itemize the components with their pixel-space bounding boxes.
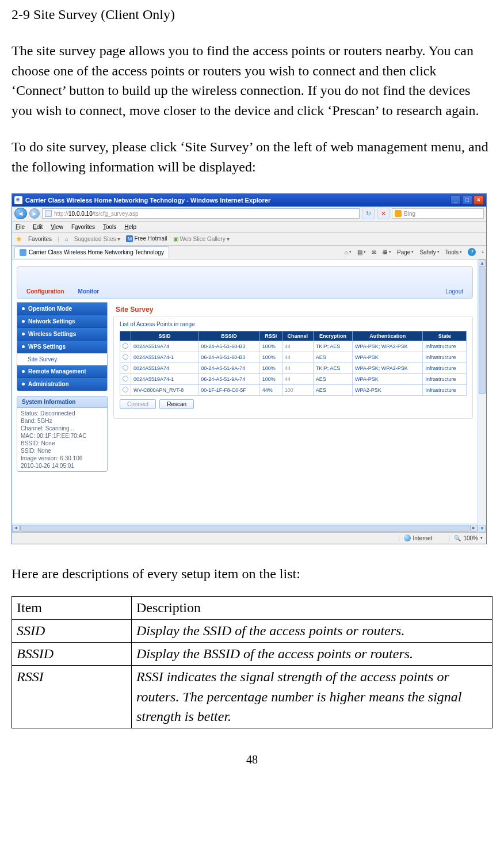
sysinfo-line: Image version: 6.30.106: [21, 455, 104, 461]
menu-favorites[interactable]: Favorites: [71, 224, 95, 230]
url-host: 10.0.0.10: [68, 211, 93, 217]
tab-bar: Carrier Class Wireless Home Networking T…: [12, 246, 486, 259]
page-title: Site Survey: [113, 302, 473, 316]
logout-link[interactable]: Logout: [445, 288, 463, 295]
scroll-thumb[interactable]: [479, 268, 486, 394]
bing-icon: [395, 210, 402, 217]
section-title: 2-9 Site Survey (Client Only): [12, 5, 492, 25]
scroll-thumb-h[interactable]: [20, 525, 469, 532]
ap-state: Infrastructure: [423, 384, 467, 395]
tab-monitor[interactable]: Monitor: [78, 288, 100, 295]
forward-button[interactable]: ►: [29, 208, 40, 219]
print-button[interactable]: 🖶▾: [382, 249, 391, 255]
scroll-up-arrow-icon[interactable]: ▲: [479, 259, 486, 267]
favorites-star-icon[interactable]: ★: [16, 235, 22, 243]
ap-bssid: 06-24-A5-51-60-B3: [198, 352, 259, 362]
menu-tools[interactable]: Tools: [103, 224, 116, 230]
zone-indicator: Internet: [399, 535, 433, 541]
sidebar-item-network-settings[interactable]: Network Settings: [17, 315, 107, 328]
vertical-scrollbar[interactable]: ▲ ▼: [478, 259, 486, 532]
col-authentication: Authentication: [352, 331, 423, 341]
scroll-right-arrow-icon[interactable]: ►: [470, 525, 478, 532]
page-banner: Configuration Monitor Logout: [17, 266, 473, 299]
sysinfo-line: Band: 5GHz: [21, 418, 104, 424]
ap-ssid: 0024A5519A74: [131, 341, 198, 352]
ap-select-radio[interactable]: [123, 343, 128, 349]
sidebar-item-wireless-settings[interactable]: Wireless Settings: [17, 328, 107, 341]
safety-menu[interactable]: Safety▾: [419, 249, 439, 255]
sidebar-item-site-survey[interactable]: Site Survey: [17, 353, 107, 365]
back-button[interactable]: ◄: [14, 208, 27, 219]
ap-auth: WPA-PSK: [352, 352, 423, 362]
ap-bssid: 00-24-A5-51-9A-74: [198, 362, 259, 373]
sidebar-item-remote-management[interactable]: Remote Management: [17, 365, 107, 378]
ap-bssid: 00-24-A5-51-60-B3: [198, 341, 259, 352]
rescan-button[interactable]: Rescan: [159, 399, 194, 409]
banner-tabs: Configuration Monitor: [26, 288, 99, 295]
home-nav-button[interactable]: ⌂▾: [345, 249, 352, 255]
mail-button[interactable]: ✉: [372, 249, 376, 255]
menu-help[interactable]: Help: [124, 224, 136, 230]
url-path: /ts/cfg_survey.asp: [93, 211, 139, 217]
feeds-button[interactable]: ▤▾: [357, 249, 366, 255]
sidebar-item-operation-mode[interactable]: Operation Mode: [17, 303, 107, 315]
ap-panel: List of Access Points in range SSID BSSI…: [113, 316, 473, 419]
ap-rssi: 100%: [259, 362, 282, 373]
ap-auth: WPA2-PSK: [352, 384, 423, 395]
outro-paragraph: Here are descriptions of every setup ite…: [12, 564, 492, 584]
menu-view[interactable]: View: [51, 224, 63, 230]
ap-select-radio[interactable]: [123, 387, 128, 392]
desc-text: Display the SSID of the access points or…: [132, 620, 492, 643]
scroll-left-arrow-icon[interactable]: ◄: [12, 525, 20, 532]
webslice-link[interactable]: ▣ Web Slice Gallery ▾: [173, 236, 230, 242]
menu-edit[interactable]: Edit: [33, 224, 43, 230]
close-button[interactable]: ×: [474, 196, 484, 205]
search-placeholder: Bing: [404, 211, 415, 217]
ap-enc: AES: [313, 373, 352, 384]
sysinfo-line: MAC: 00:1F:1F:EE:70:AC: [21, 433, 104, 439]
desc-item: SSID: [12, 620, 132, 643]
chevron-right-icon[interactable]: »: [482, 250, 484, 254]
web-content: Configuration Monitor Logout Operation M…: [12, 259, 478, 524]
command-bar: ⌂▾ ▤▾ ✉ 🖶▾ Page▾ Safety▾ Tools▾ ? »: [345, 248, 484, 256]
menu-file[interactable]: File: [16, 224, 25, 230]
tools-menu[interactable]: Tools▾: [445, 249, 462, 255]
horizontal-scrollbar[interactable]: ◄ ►: [12, 524, 478, 532]
hotmail-link[interactable]: MFree Hotmail: [126, 235, 167, 242]
address-bar[interactable]: http://10.0.0.10/ts/cfg_survey.asp: [42, 208, 360, 219]
ap-select-radio[interactable]: [123, 365, 128, 371]
sidebar-item-administration[interactable]: Administration: [17, 378, 107, 391]
browser-tab[interactable]: Carrier Class Wireless Home Networking T…: [14, 246, 169, 258]
stop-button[interactable]: ✕: [377, 208, 390, 219]
desc-row: RSSI RSSI indicates the signal strength …: [12, 665, 492, 728]
scroll-down-arrow-icon[interactable]: ▼: [479, 525, 486, 532]
ap-rssi: 100%: [259, 341, 282, 352]
system-info-body: Status: Disconnected Band: 5GHz Channel:…: [17, 408, 107, 471]
button-row: Connect Rescan: [120, 399, 467, 409]
ap-ssid: WV-C800APN_RVT-8: [131, 384, 198, 395]
sidebar-item-wps-settings[interactable]: WPS Settings: [17, 341, 107, 353]
right-content: Site Survey List of Access Points in ran…: [113, 302, 473, 472]
page-menu[interactable]: Page▾: [397, 249, 414, 255]
description-table: Item Description SSID Display the SSID o…: [12, 596, 492, 728]
help-button[interactable]: ?: [468, 248, 476, 256]
minimize-button[interactable]: _: [450, 196, 461, 205]
ap-select-radio[interactable]: [123, 376, 128, 381]
ie-icon: [14, 196, 22, 204]
favorites-label[interactable]: Favorites: [28, 236, 52, 242]
ap-select-radio[interactable]: [123, 354, 128, 360]
connect-button[interactable]: Connect: [120, 399, 156, 409]
tab-title: Carrier Class Wireless Home Networking T…: [29, 249, 164, 255]
system-info-header: System Information: [17, 396, 107, 408]
ap-state: Infrastructure: [423, 352, 467, 362]
refresh-button[interactable]: ↻: [362, 208, 375, 219]
suggested-sites-link[interactable]: Suggested Sites ▾: [74, 236, 121, 242]
search-input[interactable]: Bing: [392, 208, 484, 219]
ap-channel: 44: [282, 373, 313, 384]
ap-channel: 44: [282, 352, 313, 362]
zoom-control[interactable]: 🔍 100% ▾: [449, 535, 483, 541]
col-encryption: Encryption: [313, 331, 352, 341]
tab-configuration[interactable]: Configuration: [26, 288, 64, 295]
col-state: State: [423, 331, 467, 341]
maximize-button[interactable]: □: [462, 196, 472, 205]
